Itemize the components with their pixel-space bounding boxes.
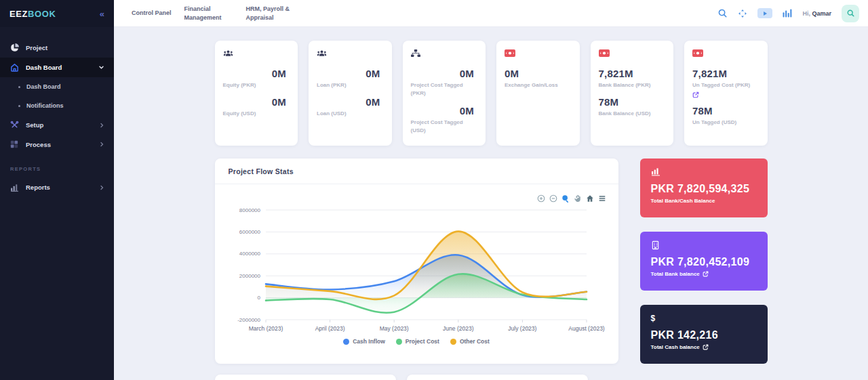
play-icon	[762, 11, 768, 16]
selection-zoom-icon[interactable]	[561, 194, 570, 203]
zoom-in-icon[interactable]	[537, 194, 545, 203]
stat-label: Un Tagged Cost (PKR)	[692, 81, 760, 89]
partial-card	[407, 375, 588, 380]
search-icon[interactable]	[717, 8, 728, 18]
external-link-icon[interactable]	[692, 91, 760, 98]
stat-card-exchange-gain-loss: 0M Exchange Gain/Loss	[496, 41, 580, 146]
sidebar-item-reports[interactable]: Reports	[0, 177, 114, 197]
bank-building-icon	[651, 240, 757, 250]
stat-value: 7,821M	[599, 68, 666, 79]
summary-label-text: Total Bank balance	[651, 271, 700, 277]
tools-icon	[9, 121, 19, 129]
dollar-icon: $	[651, 313, 757, 323]
legend-label: Cash Inflow	[353, 338, 385, 345]
stats-icon[interactable]	[783, 9, 792, 18]
stat-label: Bank Balance (USD)	[599, 110, 666, 118]
home-reset-icon[interactable]	[586, 194, 594, 203]
sidebar-section-reports: REPORTS	[0, 154, 114, 177]
users-icon	[223, 49, 290, 59]
stat-label: Project Cost Tagged (PKR)	[411, 81, 478, 98]
chart-icon	[651, 167, 757, 177]
sidebar-item-process[interactable]: Process	[0, 135, 114, 154]
sitemap-icon	[411, 49, 478, 59]
content-area: 0M Equity (PKR) 0M Equity (USD)	[114, 27, 868, 380]
sidebar-item-project[interactable]: Project	[0, 38, 114, 58]
legend-label: Project Cost	[406, 338, 439, 345]
stat-value: 0M	[317, 96, 384, 108]
sidebar-subitem-label: Notifications	[26, 102, 64, 109]
stat-block: 0M Loan (PKR)	[317, 68, 384, 89]
legend-dot-icon	[396, 339, 402, 345]
legend-other-cost[interactable]: Other Cost	[450, 338, 490, 345]
svg-text:6000000: 6000000	[239, 229, 260, 235]
stat-block: 0M Loan (USD)	[317, 96, 384, 118]
play-button[interactable]	[757, 8, 772, 18]
process-icon	[9, 140, 19, 148]
tab-control-panel[interactable]: Control Panel	[132, 9, 172, 17]
chevron-right-icon	[99, 185, 104, 190]
stat-label: Un Tagged (USD)	[692, 119, 760, 127]
chart-body: 80000006000000400000020000000-2000000Mar…	[215, 184, 618, 345]
svg-text:April (2023): April (2023)	[315, 325, 344, 332]
greeting-name: Qamar	[812, 10, 831, 17]
external-link-icon[interactable]	[703, 344, 709, 350]
svg-text:4000000: 4000000	[239, 251, 260, 257]
sidebar-subitem-dashboard[interactable]: Dash Board	[0, 77, 114, 96]
sidebar-item-dashboard[interactable]: Dash Board	[0, 58, 114, 77]
stat-value: 0M	[505, 68, 572, 79]
pan-icon[interactable]	[574, 194, 582, 203]
user-greeting[interactable]: Hi, Qamar	[802, 10, 831, 17]
logo-part-2: BOOK	[28, 9, 56, 19]
stat-label: Exchange Gain/Loss	[505, 81, 572, 89]
svg-text:2000000: 2000000	[239, 273, 260, 279]
chevron-down-icon	[98, 64, 104, 70]
middle-row: Project Flow Stats 800000060	[215, 159, 768, 364]
chart-legend: Cash Inflow Project Cost Other Cost	[215, 338, 618, 345]
summary-label-text: Total Cash balance	[651, 344, 700, 350]
stat-cards-row: 0M Equity (PKR) 0M Equity (USD)	[215, 41, 768, 146]
svg-text:-2000000: -2000000	[237, 317, 260, 323]
external-link-icon[interactable]	[703, 271, 709, 277]
legend-cash-inflow[interactable]: Cash Inflow	[343, 338, 385, 345]
svg-text:June (2023): June (2023)	[443, 325, 474, 332]
zoom-out-icon[interactable]	[549, 194, 557, 203]
menu-icon[interactable]	[598, 194, 606, 203]
sidebar-collapse-button[interactable]: «	[100, 9, 104, 19]
stat-card-project-cost-tagged: 0M Project Cost Tagged (PKR) 0M Project …	[403, 41, 486, 146]
tab-hrm-payroll-appraisal[interactable]: HRM, Payroll & Appraisal	[246, 5, 295, 21]
project-flow-stats-card: Project Flow Stats 800000060	[215, 159, 618, 364]
stat-block: 0M Exchange Gain/Loss	[505, 68, 572, 89]
greeting-prefix: Hi,	[802, 10, 810, 17]
summary-value: PKR 7,820,452,109	[651, 256, 757, 268]
svg-text:August (2023): August (2023)	[568, 325, 605, 332]
stat-block: 0M Project Cost Tagged (PKR)	[411, 68, 478, 98]
app-logo[interactable]: EEZBOOK	[9, 9, 56, 19]
search-button[interactable]	[842, 5, 859, 22]
sidebar: EEZBOOK « Project Dash Board	[0, 0, 114, 380]
legend-project-cost[interactable]: Project Cost	[396, 338, 439, 345]
sidebar-subitem-notifications[interactable]: Notifications	[0, 96, 114, 115]
banknote-icon	[692, 49, 760, 59]
apps-icon[interactable]	[738, 9, 747, 18]
banknote-icon	[505, 49, 572, 59]
stat-label: Loan (USD)	[317, 110, 384, 118]
summary-label: Total Bank balance	[651, 271, 757, 277]
search-icon	[846, 9, 855, 18]
topbar: Control Panel Financial Management HRM, …	[114, 0, 868, 27]
legend-dot-icon	[343, 339, 349, 345]
bar-chart-icon	[9, 183, 19, 192]
tab-financial-management[interactable]: Financial Management	[184, 5, 233, 21]
sidebar-item-label: Dash Board	[26, 64, 62, 71]
svg-text:July (2023): July (2023)	[508, 325, 536, 332]
svg-text:May (2023): May (2023)	[379, 325, 408, 332]
sidebar-item-label: Process	[26, 141, 51, 148]
summary-label: Total Cash balance	[651, 344, 757, 350]
project-flow-chart: 80000006000000400000020000000-2000000Mar…	[215, 198, 618, 335]
legend-label: Other Cost	[460, 338, 490, 345]
partial-card	[215, 375, 396, 380]
svg-text:0: 0	[257, 295, 260, 301]
topbar-tabs: Control Panel Financial Management HRM, …	[114, 5, 295, 21]
pie-chart-icon	[9, 43, 19, 52]
sidebar-item-setup[interactable]: Setup	[0, 115, 114, 135]
home-icon	[9, 63, 19, 72]
